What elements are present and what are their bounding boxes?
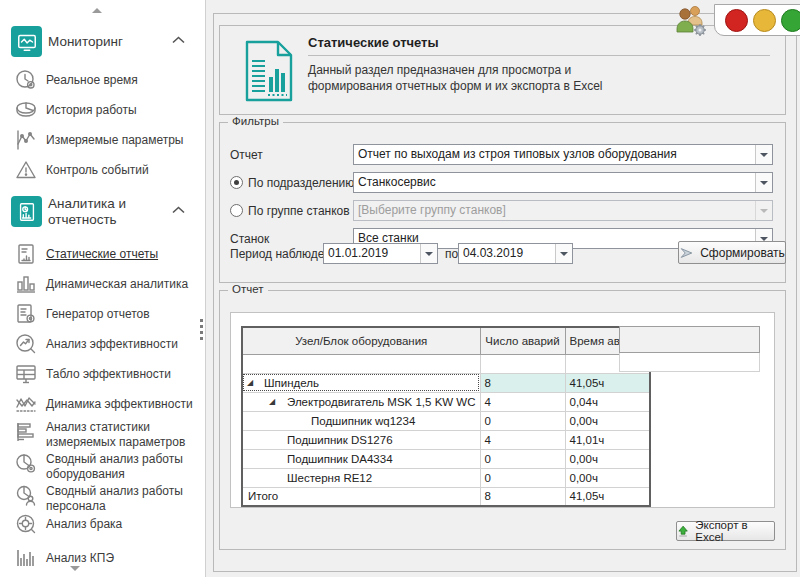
sidebar-scroll-down-icon[interactable] — [70, 566, 80, 571]
table-header-row: Узел/Блок оборудования Число аварий Врем… — [242, 327, 650, 354]
user-settings-icon[interactable] — [672, 3, 710, 39]
report-label: Отчет — [230, 148, 263, 162]
by-division-radio[interactable] — [230, 176, 243, 189]
expand-icon[interactable]: ◢ — [269, 397, 275, 406]
section-label: Аналитика и отчетность — [48, 196, 166, 228]
status-traffic-light — [714, 4, 800, 36]
warning-icon — [14, 158, 38, 182]
machine-group-select: [Выберите группу станков] — [353, 200, 773, 221]
sidebar-scroll-up-icon[interactable] — [92, 8, 102, 13]
main-panel: Статические отчеты Данный раздел предназ… — [213, 13, 797, 572]
column-header[interactable]: Узел/Блок оборудования — [242, 327, 480, 354]
zigzag-icon — [14, 392, 38, 416]
expand-icon[interactable]: ◢ — [247, 378, 253, 387]
empty-column-header — [619, 326, 760, 353]
report-document-icon — [242, 39, 296, 107]
generate-button[interactable]: Сформировать — [678, 241, 786, 264]
chevron-up-icon[interactable] — [172, 36, 185, 44]
dropdown-arrow-icon[interactable] — [755, 173, 772, 192]
generate-arrow-icon — [679, 246, 694, 260]
by-machine-group-radio[interactable] — [230, 204, 243, 217]
doc-gear-icon — [14, 302, 38, 326]
bars-icon — [14, 272, 38, 296]
status-yellow-light[interactable] — [753, 9, 776, 32]
report-doc-icon — [11, 196, 42, 227]
period-to-label: по — [445, 247, 458, 261]
dropdown-arrow-icon[interactable] — [755, 145, 772, 164]
table-row[interactable]: Подшипник DS1276 4 41,01ч — [242, 430, 650, 449]
report-select[interactable]: Отчет по выходам из строя типовых узлов … — [353, 144, 773, 165]
sidebar: Мониторинг Реальное время История работы… — [0, 0, 206, 577]
export-excel-button[interactable]: Экспорт в Excel — [676, 521, 775, 541]
board-icon — [14, 362, 38, 386]
pie-person-icon — [14, 484, 38, 508]
disk-pie-icon — [14, 98, 38, 122]
table-total-row[interactable]: Итого 8 41,05ч — [242, 487, 650, 506]
dropdown-arrow-icon[interactable] — [420, 244, 437, 263]
gear-lens-icon — [14, 512, 38, 536]
table-row[interactable]: ◢Шпиндель 8 41,05ч — [242, 373, 650, 392]
page-title: Статические отчеты — [308, 35, 439, 50]
chevron-up-icon[interactable] — [172, 206, 185, 214]
title-separator — [308, 55, 770, 56]
column-header[interactable]: Число аварий — [480, 327, 565, 354]
table-row[interactable]: ◢Электродвигатель MSK 1,5 KW WC 4 0,04ч — [242, 392, 650, 411]
status-green-light[interactable] — [781, 9, 800, 32]
table-row[interactable]: Подшипник wq1234 0 0,00ч — [242, 411, 650, 430]
empty-filter-cell — [619, 353, 760, 372]
dropdown-arrow-icon — [755, 201, 772, 220]
pie-gear-icon — [14, 452, 38, 476]
by-division-label[interactable]: По подразделению — [248, 176, 354, 190]
by-machine-group-label[interactable]: По группе станков — [248, 204, 350, 218]
division-select[interactable]: Станкосервис — [353, 172, 773, 193]
filter-row[interactable] — [242, 354, 650, 373]
trend-circle-icon — [14, 332, 38, 356]
report-viewer: Узел/Блок оборудования Число аварий Врем… — [230, 312, 775, 508]
export-arrow-icon — [677, 525, 689, 538]
report-legend: Отчет — [228, 283, 268, 295]
filters-section: Фильтры Отчет Отчет по выходам из строя … — [219, 122, 786, 283]
report-table: Узел/Блок оборудования Число аварий Врем… — [241, 326, 651, 507]
splitter-handle[interactable] — [200, 319, 204, 341]
monitor-wave-icon — [11, 26, 42, 57]
dropdown-arrow-icon[interactable] — [555, 244, 572, 263]
period-to-input[interactable]: 04.03.2019 — [458, 243, 573, 264]
period-from-input[interactable]: 01.01.2019 — [323, 243, 438, 264]
section-label: Мониторинг — [48, 26, 166, 57]
table-row[interactable]: Подшипник DA4334 0 0,00ч — [242, 449, 650, 468]
histogram-icon — [14, 546, 38, 570]
report-section: Отчет Узел/Блок оборудования Число авари… — [219, 290, 786, 550]
status-red-light[interactable] — [725, 9, 748, 32]
clock-icon — [14, 68, 38, 92]
hbar-stats-icon — [14, 420, 38, 444]
line-chart-icon — [14, 128, 38, 152]
page-description: Данный раздел предназначен для просмотра… — [308, 62, 653, 94]
table-row[interactable]: Шестерня RE12 0 0,00ч — [242, 468, 650, 487]
doc-bars-icon — [14, 242, 38, 266]
filters-legend: Фильтры — [228, 115, 283, 127]
machine-label: Станок — [230, 232, 269, 246]
